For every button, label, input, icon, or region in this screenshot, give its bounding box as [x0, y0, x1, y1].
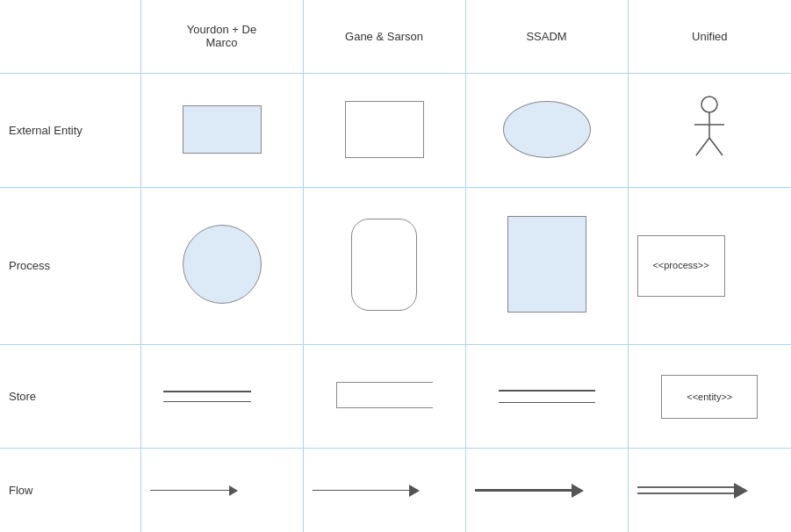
flow-yourdon [140, 449, 303, 532]
store-gane-shape [336, 382, 433, 408]
process-ssadm [465, 188, 628, 344]
svg-line-3 [696, 138, 709, 155]
flow-label: Flow [0, 449, 140, 532]
flow-unified-arrow [637, 483, 783, 499]
process-yourdon [140, 188, 303, 344]
store-unified: <<entity>> [628, 344, 791, 449]
entity-yourdon [140, 73, 303, 188]
process-unified: <<process>> [628, 188, 791, 344]
header-gane: Gane & Sarson [303, 0, 465, 73]
flow-yourdon-arrow [150, 485, 294, 496]
header-ssadm: SSADM [465, 0, 628, 73]
entity-ssadm [465, 73, 628, 188]
flow-gane [303, 449, 465, 532]
header-unified: Unified [628, 0, 791, 73]
store-unified-shape: <<entity>> [661, 375, 758, 419]
store-ssadm-shape [475, 390, 619, 403]
header-unified-text: Unified [692, 30, 727, 43]
process-gane [303, 188, 465, 344]
store-ssadm [465, 344, 628, 449]
store-yourdon-shape [150, 391, 294, 402]
store-yourdon [140, 344, 303, 449]
entity-unified [628, 73, 791, 188]
entity-gane-shape [345, 101, 424, 158]
header-label [0, 0, 140, 73]
store-gane [303, 344, 465, 449]
process-label: Process [0, 188, 140, 344]
entity-gane [303, 73, 465, 188]
flow-ssadm-arrow [475, 484, 619, 498]
svg-line-4 [709, 138, 723, 155]
process-yourdon-shape [183, 225, 262, 304]
entity-ssadm-shape [503, 101, 591, 158]
flow-gane-arrow [313, 485, 457, 497]
process-gane-shape [351, 219, 417, 311]
header-yourdon-text: Yourdon + DeMarco [187, 23, 256, 49]
header-yourdon: Yourdon + DeMarco [140, 0, 303, 73]
process-ssadm-shape [507, 216, 586, 313]
svg-point-0 [701, 97, 717, 112]
flow-unified [628, 449, 791, 532]
store-label: Store [0, 344, 140, 449]
flow-ssadm [465, 449, 628, 532]
header-gane-text: Gane & Sarson [345, 30, 423, 43]
entity-label: External Entity [0, 73, 140, 188]
header-ssadm-text: SSADM [526, 30, 566, 43]
process-unified-shape: <<process>> [637, 235, 725, 297]
entity-yourdon-shape [183, 105, 262, 154]
entity-unified-stick-figure [687, 94, 731, 164]
